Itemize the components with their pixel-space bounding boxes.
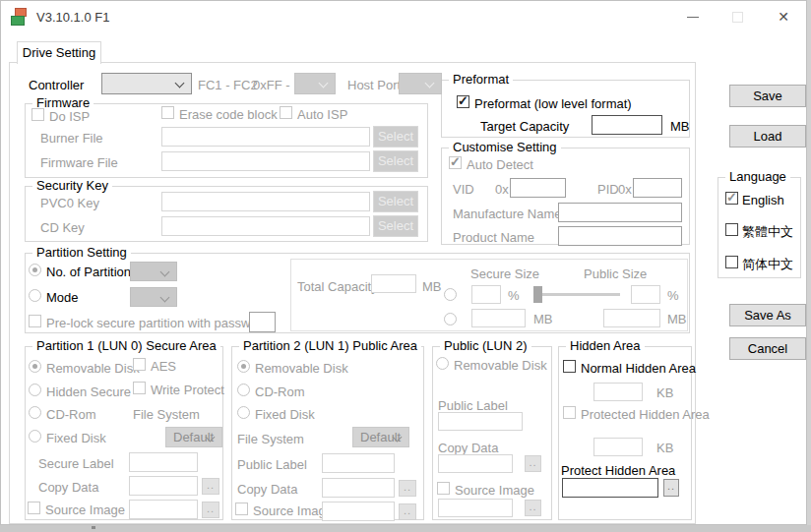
- pub-source-image-checkbox[interactable]: [437, 482, 450, 495]
- p1-source-image-input[interactable]: [129, 500, 198, 519]
- load-button[interactable]: Load: [729, 125, 806, 148]
- p2-source-image-checkbox[interactable]: [235, 502, 248, 515]
- public-size-percent-input[interactable]: [631, 285, 660, 304]
- firmware-file-select-button[interactable]: Select: [373, 150, 418, 172]
- size-slider-track[interactable]: [533, 293, 620, 296]
- p1-secure-label-input[interactable]: [129, 452, 198, 472]
- mode-radio[interactable]: [29, 289, 41, 302]
- p1-secure-label-label: Secure Label: [38, 456, 114, 471]
- hidden-area-group-title: Hidden Area: [566, 339, 645, 353]
- controller-select[interactable]: [101, 73, 192, 94]
- p1-hidden-secure-radio[interactable]: [29, 384, 41, 396]
- no-of-partition-select[interactable]: [130, 262, 177, 281]
- normal-hidden-area-checkbox[interactable]: [563, 360, 576, 373]
- manufacture-name-input[interactable]: [558, 203, 682, 222]
- pvc0-key-select-button[interactable]: Select: [373, 191, 418, 212]
- pub-source-image-browse-button[interactable]: ..: [525, 500, 541, 516]
- burner-file-input[interactable]: [161, 127, 370, 147]
- secure-size-percent-input[interactable]: [471, 285, 501, 304]
- erase-code-block-checkbox[interactable]: [161, 106, 174, 119]
- vid-input[interactable]: [510, 178, 566, 198]
- protect-hidden-area-input[interactable]: [562, 478, 658, 498]
- p2-fixed-disk-radio[interactable]: [237, 406, 250, 419]
- total-capacity-input[interactable]: [371, 274, 416, 293]
- minimize-button[interactable]: [670, 2, 716, 31]
- host-port-select[interactable]: [399, 73, 442, 94]
- product-name-input[interactable]: [558, 226, 682, 246]
- protect-hidden-browse-button[interactable]: ..: [663, 479, 679, 497]
- p2-cd-rom-radio[interactable]: [237, 384, 250, 396]
- pub-source-image-input[interactable]: [438, 499, 513, 517]
- size-slider-thumb[interactable]: [533, 286, 542, 303]
- language-group-title: Language: [725, 170, 790, 184]
- prelock-checkbox[interactable]: [29, 315, 41, 327]
- auto-isp-checkbox[interactable]: [280, 106, 292, 119]
- p2-copy-data-input[interactable]: [322, 478, 395, 498]
- p2-removable-disk-radio[interactable]: [237, 360, 250, 373]
- normal-hidden-size-input[interactable]: [593, 383, 643, 401]
- p2-file-system-select[interactable]: Default: [352, 427, 409, 447]
- app-window: V3.10.1.0 F1 ✕ Drive Setting Controller …: [0, 0, 807, 525]
- cd-key-input[interactable]: [161, 216, 370, 236]
- language-simplified-checkbox[interactable]: [725, 256, 738, 268]
- no-of-partition-radio[interactable]: [29, 264, 41, 276]
- p1-write-protect-checkbox[interactable]: [133, 382, 146, 394]
- language-traditional-label: 繁體中文: [742, 224, 793, 239]
- pub-removable-disk-radio[interactable]: [436, 357, 449, 370]
- prelock-password-input[interactable]: [249, 312, 276, 332]
- pvc0-key-label: PVC0 Key: [40, 196, 99, 210]
- tab-drive-setting[interactable]: Drive Setting: [17, 41, 101, 64]
- p1-hidden-secure-label: Hidden Secure: [46, 384, 131, 399]
- p1-source-image-browse-button[interactable]: ..: [202, 502, 219, 518]
- maximize-button[interactable]: [716, 2, 761, 31]
- protected-hidden-area-checkbox[interactable]: [563, 406, 576, 419]
- firmware-file-input[interactable]: [161, 151, 370, 171]
- language-english-checkbox[interactable]: [725, 192, 738, 205]
- p1-fixed-disk-label: Fixed Disk: [46, 431, 106, 445]
- p2-copy-data-browse-button[interactable]: ..: [399, 480, 416, 497]
- pub-copy-data-browse-button[interactable]: ..: [525, 455, 541, 472]
- save-as-button[interactable]: Save As: [729, 304, 806, 326]
- mode-select[interactable]: [130, 287, 177, 307]
- p1-aes-checkbox[interactable]: [133, 358, 146, 371]
- p1-fixed-disk-radio[interactable]: [29, 430, 41, 443]
- pvc0-key-input[interactable]: [161, 192, 370, 211]
- preformat-checkbox[interactable]: [457, 95, 469, 108]
- target-capacity-input[interactable]: [592, 115, 662, 135]
- language-traditional-checkbox[interactable]: [725, 223, 738, 236]
- p1-copy-data-input[interactable]: [129, 476, 198, 496]
- p2-public-label-label: Public Label: [237, 457, 307, 472]
- pid-input[interactable]: [633, 178, 682, 198]
- hex-select[interactable]: [294, 73, 336, 94]
- close-button[interactable]: ✕: [761, 2, 806, 31]
- p2-source-image-browse-button[interactable]: ..: [399, 503, 416, 520]
- protected-hidden-size-unit: KB: [656, 441, 673, 455]
- p1-copy-data-browse-button[interactable]: ..: [202, 478, 219, 495]
- product-name-label: Product Name: [453, 230, 534, 245]
- p1-cd-rom-radio[interactable]: [29, 406, 41, 419]
- protected-hidden-size-input[interactable]: [593, 438, 643, 456]
- p1-source-image-checkbox[interactable]: [28, 502, 40, 514]
- cd-key-select-button[interactable]: Select: [373, 215, 418, 237]
- secure-size-mb-input[interactable]: [471, 309, 526, 327]
- controller-label: Controller: [29, 78, 84, 92]
- p1-file-system-select[interactable]: Default: [165, 427, 222, 447]
- auto-detect-checkbox[interactable]: [449, 156, 462, 169]
- manufacture-name-label: Manufacture Name: [453, 207, 562, 221]
- burner-file-select-button[interactable]: Select: [373, 126, 418, 148]
- size-by-percent-radio[interactable]: [444, 288, 457, 301]
- cancel-button[interactable]: Cancel: [729, 337, 806, 360]
- size-by-mb-radio[interactable]: [444, 313, 457, 325]
- pub-copy-data-input[interactable]: [438, 454, 513, 473]
- save-button[interactable]: Save: [729, 85, 806, 107]
- p1-removable-disk-radio[interactable]: [29, 360, 41, 373]
- hex-prefix-label: 0xFF -: [253, 78, 290, 92]
- p2-source-image-input[interactable]: [322, 502, 395, 521]
- maximize-icon: [732, 12, 743, 23]
- burner-file-label: Burner File: [40, 131, 103, 146]
- do-isp-checkbox[interactable]: [31, 108, 44, 121]
- public-size-mb-input[interactable]: [603, 309, 660, 327]
- pub-public-label-input[interactable]: [438, 412, 523, 431]
- p2-public-label-input[interactable]: [322, 453, 395, 473]
- p2-removable-disk-label: Removable Disk: [255, 361, 348, 376]
